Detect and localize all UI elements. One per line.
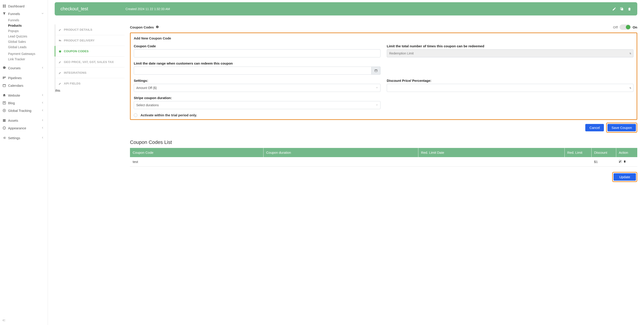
coupon-table: Coupon Code Coupon duration Red. Limit D… <box>130 148 637 166</box>
edit-square-icon <box>58 60 62 64</box>
svg-rect-1 <box>4 5 6 6</box>
edit-square-icon <box>58 71 62 74</box>
date-range-field: Limit the date range when customers can … <box>134 62 380 75</box>
svg-rect-14 <box>3 119 6 120</box>
settings-select[interactable]: Amount Off ($) <box>134 84 380 92</box>
pipeline-icon <box>2 76 6 80</box>
sidebar-item-label: Appearance <box>8 126 39 130</box>
dashboard-icon <box>2 4 6 8</box>
edit-icon[interactable] <box>612 7 616 11</box>
td-code: test <box>130 157 263 166</box>
cancel-button[interactable]: Cancel <box>585 124 604 131</box>
svg-rect-30 <box>60 51 60 52</box>
sidebar-sub-popups[interactable]: Popups <box>0 28 48 34</box>
chevron-right-icon <box>41 66 44 70</box>
svg-rect-7 <box>3 84 6 87</box>
chevron-right-icon <box>41 101 44 105</box>
sidebar-item-global-tracking[interactable]: Global Tracking <box>0 107 48 114</box>
chevron-right-icon <box>41 126 44 130</box>
sidebar-item-calendars[interactable]: Calendars <box>0 82 48 89</box>
tab-label: PRODUCT DETAILS <box>64 28 92 32</box>
row-edit-icon[interactable] <box>619 160 622 164</box>
svg-text:i: i <box>157 26 158 28</box>
sidebar-item-funnels[interactable]: Funnels <box>0 10 48 18</box>
svg-point-18 <box>3 128 4 128</box>
tab-product-details[interactable]: PRODUCT DETAILS <box>55 24 124 35</box>
sidebar-sub-lead-quizzes[interactable]: Lead Quizzes <box>0 34 48 39</box>
th-action: Action <box>616 148 637 157</box>
copy-icon[interactable] <box>620 7 624 11</box>
funnel-icon <box>2 12 6 16</box>
coupon-toggle[interactable] <box>620 24 631 30</box>
sidebar-item-website[interactable]: Website <box>0 92 48 99</box>
sidebar-sub-link-tracker[interactable]: Link Tracker <box>0 56 48 62</box>
blog-icon <box>2 101 6 105</box>
coupon-list-title: Coupon Codes List <box>130 140 637 145</box>
sidebar-item-label: Website <box>8 94 39 97</box>
discount-input[interactable] <box>387 84 634 92</box>
sidebar-item-pipelines[interactable]: Pipelines <box>0 74 48 82</box>
svg-rect-2 <box>3 6 4 8</box>
coupon-toggle-wrap: Off On <box>613 24 637 30</box>
table-row: test $1 <box>130 157 637 166</box>
tab-coupon-codes[interactable]: COUPON CODES <box>55 46 124 57</box>
td-limit <box>564 157 591 166</box>
sidebar-item-dashboard[interactable]: Dashboard <box>0 2 48 10</box>
sidebar-sub-products[interactable]: Products <box>0 23 48 28</box>
svg-rect-4 <box>3 77 4 79</box>
svg-point-26 <box>59 41 60 41</box>
svg-point-31 <box>60 50 60 51</box>
svg-rect-6 <box>5 77 6 78</box>
tab-api-fields[interactable]: API FIELDS <box>55 78 124 89</box>
tab-product-delivery[interactable]: PRODUCT DELIVERY <box>55 35 124 46</box>
sidebar-sub-global-leads[interactable]: Global Leads <box>0 44 48 50</box>
info-icon[interactable]: i <box>156 25 159 29</box>
svg-point-27 <box>60 41 61 41</box>
update-button[interactable]: Update <box>614 173 636 181</box>
sidebar-item-appearance[interactable]: Appearance <box>0 124 48 132</box>
stripe-duration-select[interactable]: Select durations <box>134 101 380 109</box>
page-header: checkout_test Created 2024 11 22 1:32:33… <box>55 2 637 16</box>
tab-label: INTEGRATIONS <box>64 71 86 74</box>
chevron-right-icon <box>41 136 44 140</box>
sidebar-sub-global-sales[interactable]: Global Sales <box>0 39 48 44</box>
settings-field: Settings: Amount Off ($) <box>134 79 380 92</box>
update-highlight: Update <box>612 172 637 182</box>
stripe-duration-label: Stripe coupon duration: <box>134 96 380 100</box>
trial-radio-row[interactable]: Activate within the trial period only. <box>134 113 634 117</box>
sidebar-collapse-button[interactable] <box>1 318 7 324</box>
sidebar-item-label: Settings <box>8 136 39 140</box>
sidebar-item-blog[interactable]: Blog <box>0 99 48 107</box>
toggle-off-label: Off <box>613 25 618 29</box>
sidebar-item-settings[interactable]: Settings <box>0 134 48 142</box>
sidebar-sub-payment-gateways[interactable]: Payment Gateways <box>0 51 48 56</box>
th-discount: Discount <box>591 148 616 157</box>
svg-rect-0 <box>3 5 4 6</box>
row-delete-icon[interactable] <box>623 160 626 164</box>
th-limit: Red. Limit <box>564 148 591 157</box>
calendar-button[interactable] <box>372 66 380 75</box>
toggle-knob <box>626 25 630 29</box>
header-actions <box>612 7 632 11</box>
svg-point-17 <box>3 127 6 129</box>
tab-geo-price[interactable]: GEO PRICE, VAT, GST, SALES TAX <box>55 57 124 68</box>
save-coupon-button[interactable]: Save Coupon <box>608 124 636 131</box>
main-content: checkout_test Created 2024 11 22 1:32:33… <box>48 0 644 325</box>
svg-rect-15 <box>3 120 6 121</box>
svg-point-19 <box>5 128 5 128</box>
coupon-code-input[interactable] <box>134 49 380 58</box>
sidebar-item-label: Pipelines <box>8 76 44 80</box>
sidebar-item-assets[interactable]: Assets <box>0 116 48 124</box>
redemption-limit-input[interactable] <box>387 49 634 58</box>
sidebar-item-label: Calendars <box>8 84 44 88</box>
date-range-label: Limit the date range when customers can … <box>134 62 380 65</box>
settings-icon <box>2 136 6 140</box>
trash-icon[interactable] <box>628 7 632 11</box>
tab-integrations[interactable]: INTEGRATIONS <box>55 68 124 78</box>
sidebar-item-courses[interactable]: Courses <box>0 64 48 72</box>
date-range-input[interactable] <box>134 66 372 75</box>
sidebar-item-label: Global Tracking <box>8 109 39 112</box>
discount-field: Discount Price/ Percentage: ⇅ <box>387 79 634 92</box>
redemption-limit-field: Limit the total number of times this cou… <box>387 44 634 58</box>
sidebar-sub-funnels[interactable]: Funnels <box>0 18 48 23</box>
